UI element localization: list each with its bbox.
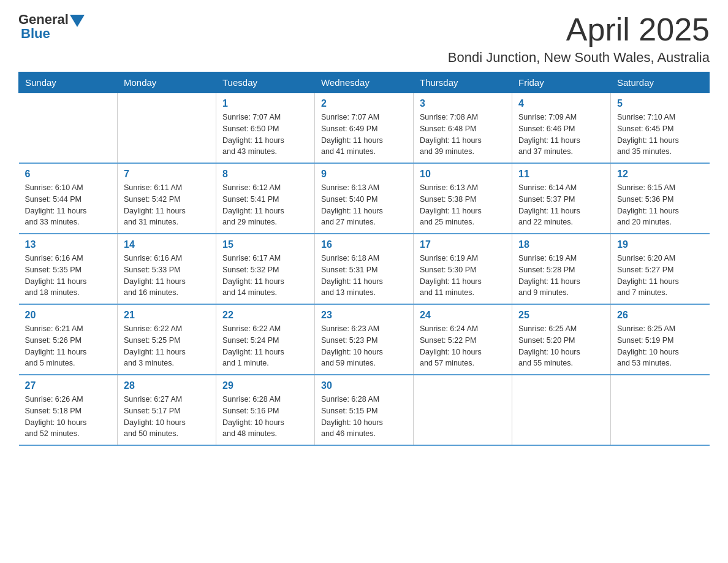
day-info: Sunrise: 6:18 AMSunset: 5:31 PMDaylight:…	[321, 253, 407, 299]
calendar-week-row: 6Sunrise: 6:10 AMSunset: 5:44 PMDaylight…	[19, 163, 710, 234]
day-info: Sunrise: 6:17 AMSunset: 5:32 PMDaylight:…	[222, 253, 308, 299]
day-number: 14	[124, 239, 210, 250]
day-number: 20	[25, 310, 112, 321]
day-number: 18	[518, 239, 604, 250]
calendar-table: SundayMondayTuesdayWednesdayThursdayFrid…	[18, 72, 710, 446]
calendar-body: 1Sunrise: 7:07 AMSunset: 6:50 PMDaylight…	[19, 93, 710, 446]
day-number: 15	[222, 239, 308, 250]
day-info: Sunrise: 6:19 AMSunset: 5:30 PMDaylight:…	[420, 253, 506, 299]
calendar-cell: 10Sunrise: 6:13 AMSunset: 5:38 PMDayligh…	[414, 163, 512, 234]
day-number: 10	[420, 169, 506, 180]
day-number: 7	[124, 169, 210, 180]
calendar-cell: 28Sunrise: 6:27 AMSunset: 5:17 PMDayligh…	[118, 375, 216, 445]
day-number: 22	[222, 310, 308, 321]
calendar-cell: 17Sunrise: 6:19 AMSunset: 5:30 PMDayligh…	[414, 234, 512, 304]
calendar-header: SundayMondayTuesdayWednesdayThursdayFrid…	[19, 72, 710, 93]
day-info: Sunrise: 6:22 AMSunset: 5:25 PMDaylight:…	[124, 323, 210, 369]
day-number: 23	[321, 310, 407, 321]
logo-general: General	[18, 13, 69, 26]
day-number: 29	[222, 380, 308, 391]
calendar-cell	[19, 93, 118, 164]
calendar-cell: 9Sunrise: 6:13 AMSunset: 5:40 PMDaylight…	[315, 163, 414, 234]
day-info: Sunrise: 6:21 AMSunset: 5:26 PMDaylight:…	[25, 323, 112, 369]
day-info: Sunrise: 6:20 AMSunset: 5:27 PMDaylight:…	[617, 253, 703, 299]
day-info: Sunrise: 7:08 AMSunset: 6:48 PMDaylight:…	[420, 112, 506, 158]
calendar-cell: 4Sunrise: 7:09 AMSunset: 6:46 PMDaylight…	[512, 93, 611, 164]
calendar-cell: 26Sunrise: 6:25 AMSunset: 5:19 PMDayligh…	[611, 304, 710, 375]
day-number: 24	[420, 310, 506, 321]
day-number: 26	[617, 310, 703, 321]
calendar-cell: 5Sunrise: 7:10 AMSunset: 6:45 PMDaylight…	[611, 93, 710, 164]
calendar-cell: 7Sunrise: 6:11 AMSunset: 5:42 PMDaylight…	[118, 163, 216, 234]
day-info: Sunrise: 6:16 AMSunset: 5:33 PMDaylight:…	[124, 253, 210, 299]
calendar-cell: 25Sunrise: 6:25 AMSunset: 5:20 PMDayligh…	[512, 304, 611, 375]
calendar-cell: 8Sunrise: 6:12 AMSunset: 5:41 PMDaylight…	[216, 163, 315, 234]
day-info: Sunrise: 6:28 AMSunset: 5:16 PMDaylight:…	[222, 394, 308, 440]
day-number: 28	[124, 380, 210, 391]
day-info: Sunrise: 6:22 AMSunset: 5:24 PMDaylight:…	[222, 323, 308, 369]
calendar-cell: 6Sunrise: 6:10 AMSunset: 5:44 PMDaylight…	[19, 163, 118, 234]
weekday-header-monday: Monday	[118, 72, 216, 93]
day-number: 3	[420, 98, 506, 109]
calendar-week-row: 20Sunrise: 6:21 AMSunset: 5:26 PMDayligh…	[19, 304, 710, 375]
day-info: Sunrise: 6:24 AMSunset: 5:22 PMDaylight:…	[420, 323, 506, 369]
day-info: Sunrise: 7:07 AMSunset: 6:50 PMDaylight:…	[222, 112, 308, 158]
calendar-cell: 2Sunrise: 7:07 AMSunset: 6:49 PMDaylight…	[315, 93, 414, 164]
calendar-cell: 24Sunrise: 6:24 AMSunset: 5:22 PMDayligh…	[414, 304, 512, 375]
weekday-header-saturday: Saturday	[611, 72, 710, 93]
calendar-cell: 12Sunrise: 6:15 AMSunset: 5:36 PMDayligh…	[611, 163, 710, 234]
logo-blue: Blue	[21, 27, 85, 40]
calendar-cell: 23Sunrise: 6:23 AMSunset: 5:23 PMDayligh…	[315, 304, 414, 375]
day-number: 25	[518, 310, 604, 321]
day-number: 19	[617, 239, 703, 250]
weekday-header-tuesday: Tuesday	[216, 72, 315, 93]
weekday-header-wednesday: Wednesday	[315, 72, 414, 93]
day-number: 6	[25, 169, 112, 180]
calendar-cell: 19Sunrise: 6:20 AMSunset: 5:27 PMDayligh…	[611, 234, 710, 304]
page-header: General Blue April 2025 Bondi Junction, …	[18, 12, 710, 66]
calendar-cell: 22Sunrise: 6:22 AMSunset: 5:24 PMDayligh…	[216, 304, 315, 375]
calendar-cell	[611, 375, 710, 445]
day-number: 13	[25, 239, 112, 250]
calendar-cell	[512, 375, 611, 445]
day-info: Sunrise: 6:26 AMSunset: 5:18 PMDaylight:…	[25, 394, 112, 440]
day-info: Sunrise: 6:23 AMSunset: 5:23 PMDaylight:…	[321, 323, 407, 369]
day-info: Sunrise: 7:10 AMSunset: 6:45 PMDaylight:…	[617, 112, 703, 158]
day-info: Sunrise: 6:13 AMSunset: 5:38 PMDaylight:…	[420, 182, 506, 228]
day-number: 12	[617, 169, 703, 180]
calendar-week-row: 13Sunrise: 6:16 AMSunset: 5:35 PMDayligh…	[19, 234, 710, 304]
day-info: Sunrise: 7:09 AMSunset: 6:46 PMDaylight:…	[518, 112, 604, 158]
day-info: Sunrise: 6:27 AMSunset: 5:17 PMDaylight:…	[124, 394, 210, 440]
day-number: 4	[518, 98, 604, 109]
day-info: Sunrise: 6:10 AMSunset: 5:44 PMDaylight:…	[25, 182, 112, 228]
day-info: Sunrise: 6:14 AMSunset: 5:37 PMDaylight:…	[518, 182, 604, 228]
day-info: Sunrise: 7:07 AMSunset: 6:49 PMDaylight:…	[321, 112, 407, 158]
day-number: 27	[25, 380, 112, 391]
calendar-cell: 11Sunrise: 6:14 AMSunset: 5:37 PMDayligh…	[512, 163, 611, 234]
day-info: Sunrise: 6:15 AMSunset: 5:36 PMDaylight:…	[617, 182, 703, 228]
calendar-week-row: 27Sunrise: 6:26 AMSunset: 5:18 PMDayligh…	[19, 375, 710, 445]
calendar-week-row: 1Sunrise: 7:07 AMSunset: 6:50 PMDaylight…	[19, 93, 710, 164]
day-info: Sunrise: 6:12 AMSunset: 5:41 PMDaylight:…	[222, 182, 308, 228]
weekday-header-thursday: Thursday	[414, 72, 512, 93]
day-info: Sunrise: 6:25 AMSunset: 5:20 PMDaylight:…	[518, 323, 604, 369]
day-info: Sunrise: 6:16 AMSunset: 5:35 PMDaylight:…	[25, 253, 112, 299]
calendar-cell: 1Sunrise: 7:07 AMSunset: 6:50 PMDaylight…	[216, 93, 315, 164]
day-number: 21	[124, 310, 210, 321]
calendar-cell: 27Sunrise: 6:26 AMSunset: 5:18 PMDayligh…	[19, 375, 118, 445]
day-number: 9	[321, 169, 407, 180]
day-number: 2	[321, 98, 407, 109]
month-title: April 2025	[448, 12, 710, 47]
calendar-cell: 20Sunrise: 6:21 AMSunset: 5:26 PMDayligh…	[19, 304, 118, 375]
calendar-cell	[118, 93, 216, 164]
day-number: 5	[617, 98, 703, 109]
weekday-header-friday: Friday	[512, 72, 611, 93]
calendar-cell: 18Sunrise: 6:19 AMSunset: 5:28 PMDayligh…	[512, 234, 611, 304]
weekday-header-row: SundayMondayTuesdayWednesdayThursdayFrid…	[19, 72, 710, 93]
day-number: 1	[222, 98, 308, 109]
calendar-cell	[414, 375, 512, 445]
calendar-cell: 15Sunrise: 6:17 AMSunset: 5:32 PMDayligh…	[216, 234, 315, 304]
day-info: Sunrise: 6:11 AMSunset: 5:42 PMDaylight:…	[124, 182, 210, 228]
day-number: 11	[518, 169, 604, 180]
weekday-header-sunday: Sunday	[19, 72, 118, 93]
